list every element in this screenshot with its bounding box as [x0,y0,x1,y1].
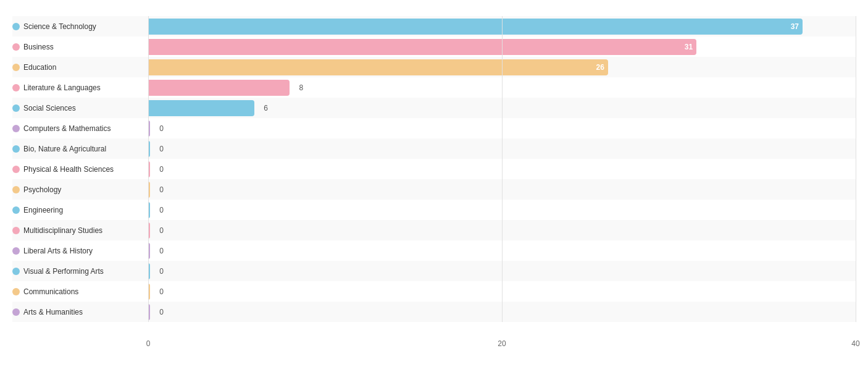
bar-label-text: Engineering [23,206,63,214]
bar-value: 0 [159,145,164,153]
bar-row: Liberal Arts & History0 [12,240,856,261]
bar-label: Arts & Humanities [12,308,148,316]
bar-track: 31 [148,39,856,55]
bar-fill-zero: 0 [148,202,150,218]
grid-line [856,16,856,322]
bar-value: 31 [685,43,693,51]
bar-value: 0 [159,165,164,174]
bar-row: Physical & Health Sciences0 [12,159,856,179]
bar-row: Visual & Performing Arts0 [12,261,856,281]
bar-label-text: Physical & Health Sciences [23,165,114,174]
bar-label: Business [12,43,148,51]
bar-dot [12,125,20,132]
bar-row: Computers & Mathematics0 [12,118,856,138]
bar-fill: 37 [148,19,803,35]
bar-value: 6 [264,104,268,112]
bar-dot [12,227,20,234]
bar-label: Education [12,63,148,72]
bar-row: Education26 [12,57,856,77]
bar-label: Bio, Nature & Agricultural [12,145,148,153]
bar-row: Communications0 [12,281,856,302]
bar-row: Literature & Languages8 [12,77,856,98]
bar-value: 26 [596,63,604,72]
bar-label-text: Multidisciplinary Studies [23,226,102,235]
bar-dot [12,268,20,275]
bar-value: 0 [159,247,164,255]
bar-label-text: Education [23,63,56,72]
bar-fill: 26 [148,59,608,75]
chart-area: Science & Technology37Business31Educatio… [12,16,856,339]
bar-label: Liberal Arts & History [12,247,148,255]
bar-row: Engineering0 [12,200,856,220]
bar-dot [12,166,20,173]
bar-label: Computers & Mathematics [12,124,148,133]
bar-label-text: Liberal Arts & History [23,247,93,255]
bar-fill-zero: 0 [148,304,150,320]
bar-dot [12,308,20,316]
bar-dot [12,206,20,214]
bar-value: 0 [159,185,164,194]
bar-track: 0 [148,182,856,198]
bar-label: Psychology [12,185,148,194]
bar-row: Science & Technology37 [12,16,856,36]
bar-label: Literature & Languages [12,83,148,92]
bar-track: 8 [148,80,856,96]
bar-fill: 8 [148,80,290,96]
bar-dot [12,43,20,51]
x-axis-label: 0 [146,339,151,348]
bar-label-text: Bio, Nature & Agricultural [23,145,106,153]
bar-label-text: Communications [23,287,78,296]
bar-dot [12,186,20,193]
bar-track: 0 [148,304,856,320]
bar-label-text: Visual & Performing Arts [23,267,104,276]
bar-value: 0 [159,124,164,133]
bar-label-text: Psychology [23,185,61,194]
bar-dot [12,247,20,255]
bar-label: Multidisciplinary Studies [12,226,148,235]
bar-dot [12,145,20,153]
bar-track: 0 [148,121,856,137]
bar-dot [12,104,20,112]
bar-label-text: Computers & Mathematics [23,124,111,133]
bar-label-text: Arts & Humanities [23,308,83,316]
bar-fill: 31 [148,39,696,55]
bar-value: 0 [159,226,164,235]
bar-value: 0 [159,267,164,276]
bar-label: Social Sciences [12,104,148,112]
bar-label-text: Science & Technology [23,22,96,31]
bar-track: 0 [148,263,856,279]
bar-value: 0 [159,206,164,214]
bar-row: Social Sciences6 [12,98,856,118]
bar-dot [12,288,20,295]
x-axis-label: 20 [498,339,506,348]
bar-dot [12,84,20,91]
bar-dot [12,64,20,71]
bar-fill-zero: 0 [148,243,150,259]
bar-label: Physical & Health Sciences [12,165,148,174]
chart-container: Science & Technology37Business31Educatio… [0,0,868,390]
x-axis-label: 40 [851,339,859,348]
bar-row: Arts & Humanities0 [12,302,856,322]
bar-fill: 6 [148,100,254,116]
bar-track: 6 [148,100,856,116]
bar-value: 0 [159,308,164,316]
bar-label: Communications [12,287,148,296]
bar-label: Engineering [12,206,148,214]
bar-track: 0 [148,202,856,218]
bars-section: Science & Technology37Business31Educatio… [12,16,856,322]
bar-track: 0 [148,223,856,239]
bar-label-text: Social Sciences [23,104,76,112]
bar-track: 0 [148,161,856,177]
bar-fill-zero: 0 [148,263,150,279]
bar-track: 37 [148,19,856,35]
bar-row: Psychology0 [12,179,856,200]
bar-track: 0 [148,284,856,300]
bar-track: 0 [148,243,856,259]
bar-label: Visual & Performing Arts [12,267,148,276]
bar-fill-zero: 0 [148,284,150,300]
bar-fill-zero: 0 [148,121,150,137]
bar-track: 26 [148,59,856,75]
bar-label-text: Literature & Languages [23,83,101,92]
bar-fill-zero: 0 [148,161,150,177]
bar-value: 8 [299,83,304,92]
